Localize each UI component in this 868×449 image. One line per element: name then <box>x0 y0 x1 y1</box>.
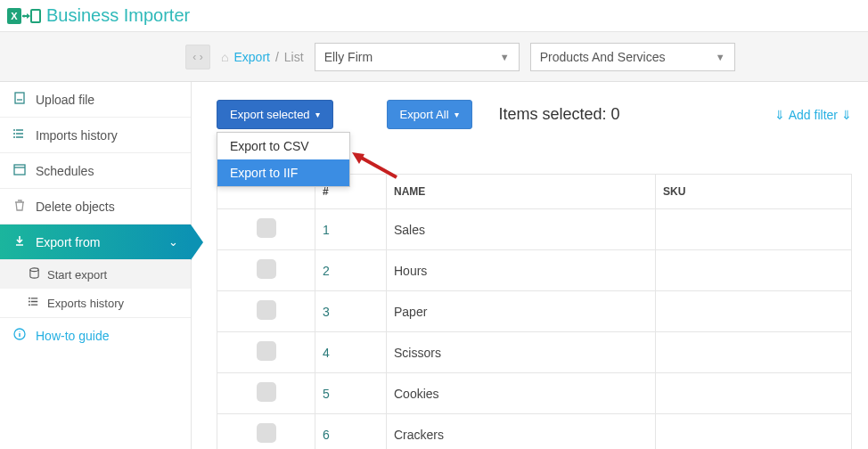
row-sku <box>656 250 852 291</box>
app-title: Business Importer <box>46 5 190 26</box>
sidebar-item-label: Delete objects <box>36 200 115 214</box>
home-icon: ⌂ <box>221 50 228 64</box>
list-icon <box>12 127 27 143</box>
dropdown-item-csv[interactable]: Export to CSV <box>217 133 349 159</box>
row-checkbox[interactable] <box>257 423 276 443</box>
company-select[interactable]: Elly Firm ▼ <box>315 43 520 71</box>
export-all-button[interactable]: Export All ▾ <box>387 100 472 129</box>
trash-icon <box>12 199 27 214</box>
svg-point-7 <box>13 136 15 138</box>
main-content: Export selected ▾ Export All ▾ Items sel… <box>192 82 868 449</box>
table-row[interactable]: 2Hours <box>217 250 852 291</box>
sidebar-item-schedules[interactable]: Schedules <box>0 153 191 189</box>
add-filter-link[interactable]: ⇓ Add filter ⇓ <box>774 108 852 122</box>
export-selected-button[interactable]: Export selected ▾ <box>217 100 333 129</box>
row-index: 6 <box>315 414 387 450</box>
table-row[interactable]: 1Sales <box>217 209 852 250</box>
col-sku[interactable]: SKU <box>656 175 852 209</box>
table-row[interactable]: 3Paper <box>217 291 852 332</box>
svg-rect-4 <box>15 93 24 103</box>
sidebar-sub-label: Start export <box>47 268 107 282</box>
row-checkbox[interactable] <box>257 218 276 238</box>
excel-import-icon: X <box>7 6 41 26</box>
table-row[interactable]: 6Crackers <box>217 414 852 450</box>
items-table: # NAME SKU 1Sales2Hours3Paper4Scissors5C… <box>217 174 852 449</box>
sidebar-item-label: Schedules <box>36 164 94 178</box>
entity-select[interactable]: Products And Services ▼ <box>530 43 735 71</box>
items-selected-status: Items selected: 0 <box>499 105 620 124</box>
sidebar-item-howto[interactable]: How-to guide <box>0 317 191 353</box>
actions-row: Export selected ▾ Export All ▾ Items sel… <box>217 100 852 129</box>
sidebar-item-label: Upload file <box>36 93 94 107</box>
top-toolbar: ‹ › ⌂ Export / List Elly Firm ▼ Products… <box>0 32 868 82</box>
svg-point-11 <box>29 301 30 303</box>
row-checkbox-cell <box>217 209 315 250</box>
arrow-down-icon: ⇓ <box>774 108 785 122</box>
row-name: Sales <box>387 209 656 250</box>
database-icon <box>29 267 40 282</box>
app-header: X Business Importer <box>0 0 868 32</box>
pager-arrows[interactable]: ‹ › <box>185 45 210 69</box>
row-checkbox[interactable] <box>257 382 276 402</box>
sidebar-item-label: Export from <box>36 235 100 249</box>
calendar-icon <box>12 163 27 178</box>
row-checkbox-cell <box>217 332 315 373</box>
sidebar: Upload file Imports history Schedules De… <box>0 82 192 449</box>
row-name: Hours <box>387 250 656 291</box>
svg-rect-8 <box>14 165 25 175</box>
row-name: Paper <box>387 291 656 332</box>
sidebar-sub-exports-history[interactable]: Exports history <box>0 289 191 317</box>
row-name: Scissors <box>387 332 656 373</box>
row-checkbox-cell <box>217 414 315 450</box>
chevron-down-icon: ⌄ <box>168 235 178 249</box>
sidebar-item-export-from[interactable]: Export from ⌄ <box>0 224 191 260</box>
breadcrumb: ⌂ Export / List <box>221 50 304 64</box>
row-index: 5 <box>315 373 387 414</box>
breadcrumb-export-link[interactable]: Export <box>233 50 269 64</box>
sidebar-sub-label: Exports history <box>47 297 124 310</box>
row-index: 2 <box>315 250 387 291</box>
list-icon <box>29 296 40 310</box>
col-name[interactable]: NAME <box>387 175 656 209</box>
svg-point-10 <box>29 298 30 299</box>
chevron-down-icon: ▾ <box>315 110 320 119</box>
svg-point-6 <box>13 133 15 135</box>
chevron-down-icon: ▼ <box>500 52 510 62</box>
row-sku <box>656 209 852 250</box>
breadcrumb-list: List <box>284 50 304 64</box>
sidebar-item-label: Imports history <box>36 128 118 143</box>
sidebar-sub-start-export[interactable]: Start export <box>0 260 191 289</box>
table-row[interactable]: 5Cookies <box>217 373 852 414</box>
row-checkbox-cell <box>217 291 315 332</box>
dropdown-item-iif[interactable]: Export to IIF <box>217 159 349 186</box>
arrow-down-icon: ⇓ <box>841 108 852 122</box>
svg-point-2 <box>23 14 26 17</box>
entity-select-value: Products And Services <box>540 50 666 64</box>
sidebar-item-delete-objects[interactable]: Delete objects <box>0 189 191 224</box>
sidebar-item-imports-history[interactable]: Imports history <box>0 118 191 153</box>
row-checkbox-cell <box>217 250 315 291</box>
info-icon <box>12 328 27 343</box>
table-row[interactable]: 4Scissors <box>217 332 852 373</box>
sidebar-item-upload[interactable]: Upload file <box>0 82 191 118</box>
svg-point-9 <box>30 268 38 272</box>
row-sku <box>656 291 852 332</box>
button-label: Export selected <box>230 108 310 121</box>
row-sku <box>656 373 852 414</box>
app-logo: X Business Importer <box>7 5 190 26</box>
row-checkbox[interactable] <box>257 259 276 279</box>
row-sku <box>656 332 852 373</box>
row-checkbox[interactable] <box>257 341 276 361</box>
row-name: Cookies <box>387 373 656 414</box>
row-checkbox-cell <box>217 373 315 414</box>
row-index: 3 <box>315 291 387 332</box>
row-name: Crackers <box>387 414 656 450</box>
row-checkbox[interactable] <box>257 300 276 320</box>
file-upload-icon <box>12 92 27 107</box>
row-index: 1 <box>315 209 387 250</box>
row-index: 4 <box>315 332 387 373</box>
svg-rect-3 <box>31 10 40 22</box>
chevron-down-icon: ▼ <box>716 52 725 62</box>
sidebar-item-label: How-to guide <box>36 329 110 343</box>
link-label: Add filter <box>789 108 838 122</box>
